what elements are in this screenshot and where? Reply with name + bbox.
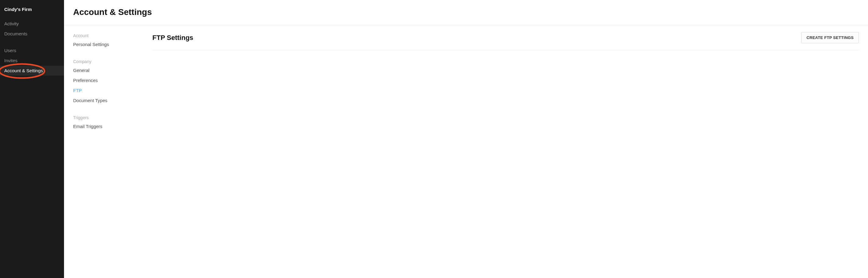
sidebar-item-documents[interactable]: Documents — [0, 29, 64, 39]
subnav-group-company: Company — [73, 58, 152, 65]
page-title: Account & Settings — [73, 7, 859, 17]
sidebar-item-account-settings[interactable]: Account & Settings — [0, 65, 64, 75]
panel-header: FTP Settings CREATE FTP SETTINGS — [152, 32, 859, 50]
sidebar: Cindy's Firm Activity Documents Users In… — [0, 0, 64, 278]
sidebar-item-label: Account & Settings — [4, 68, 43, 73]
content: Account Personal Settings Company Genera… — [64, 25, 868, 278]
subnav-group-triggers: Triggers — [73, 114, 152, 121]
subnav-item-email-triggers[interactable]: Email Triggers — [73, 121, 152, 131]
panel-title: FTP Settings — [152, 34, 193, 42]
subnav-group-account: Account — [73, 32, 152, 39]
subnav-spacer — [73, 50, 152, 58]
subnav-spacer — [73, 105, 152, 114]
page-header: Account & Settings — [64, 0, 868, 25]
sidebar-divider-gap — [0, 39, 64, 45]
main: Account & Settings Account Personal Sett… — [64, 0, 868, 278]
sidebar-item-invites[interactable]: Invites — [0, 56, 64, 65]
subnav-item-ftp[interactable]: FTP — [73, 85, 152, 95]
subnav: Account Personal Settings Company Genera… — [73, 32, 152, 271]
panel: FTP Settings CREATE FTP SETTINGS — [152, 32, 859, 271]
subnav-item-document-types[interactable]: Document Types — [73, 95, 152, 105]
sidebar-item-activity[interactable]: Activity — [0, 19, 64, 29]
sidebar-brand: Cindy's Firm — [0, 5, 64, 19]
subnav-item-general[interactable]: General — [73, 65, 152, 75]
sidebar-item-users[interactable]: Users — [0, 45, 64, 56]
subnav-item-preferences[interactable]: Preferences — [73, 75, 152, 85]
create-ftp-settings-button[interactable]: CREATE FTP SETTINGS — [801, 32, 859, 43]
subnav-item-personal-settings[interactable]: Personal Settings — [73, 39, 152, 50]
